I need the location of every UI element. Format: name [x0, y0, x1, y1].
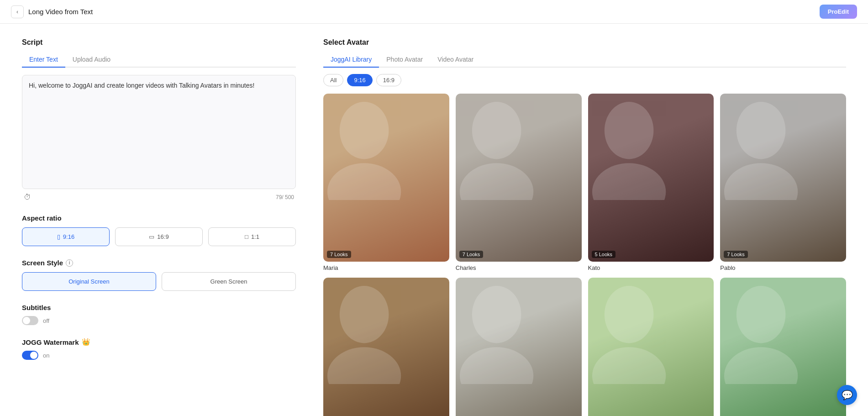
timer-icon: ⏱	[24, 193, 31, 201]
info-icon[interactable]: i	[66, 259, 73, 267]
aspect-btn-1-1[interactable]: □ 1:1	[208, 227, 296, 246]
header-left: ‹ Long Video from Text	[11, 5, 93, 18]
tab-upload-audio[interactable]: Upload Audio	[65, 52, 118, 68]
avatar-tab-joggai-library[interactable]: JoggAI Library	[323, 52, 379, 68]
svg-point-13	[592, 347, 665, 384]
avatar-image-poly: 7 Looks	[588, 278, 714, 416]
avatar-tabs: JoggAI Library Photo Avatar Video Avatar	[323, 52, 846, 68]
page-title: Long Video from Text	[28, 8, 93, 16]
textarea-footer: ⏱ 79/ 500	[22, 193, 296, 201]
avatar-image-maria: 7 Looks	[323, 94, 449, 262]
avatar-card-nick[interactable]: 5 Looks Nick	[720, 278, 846, 416]
original-screen-button[interactable]: Original Screen	[22, 272, 156, 291]
subtitles-section: Subtitles off	[22, 304, 296, 325]
svg-point-14	[736, 286, 786, 343]
svg-point-7	[724, 163, 798, 200]
avatar-card-charles[interactable]: 7 Looks Charles	[456, 94, 582, 271]
avatar-card-poly[interactable]: 7 Looks Poly	[588, 278, 714, 416]
watermark-status: on	[43, 352, 49, 359]
svg-point-3	[460, 163, 533, 200]
watermark-toggle[interactable]	[22, 351, 38, 360]
chat-icon: 💬	[842, 390, 853, 400]
pro-edit-button[interactable]: ProEdit	[820, 5, 857, 19]
svg-point-2	[472, 102, 521, 159]
chat-bubble[interactable]: 💬	[837, 385, 857, 405]
aspect-ratio-section: Aspect ratio ▯ 9:16 ▭ 16:9 □ 1:1	[22, 214, 296, 246]
avatar-card-pablo[interactable]: 7 Looks Pablo	[720, 94, 846, 271]
watermark-toggle-thumb	[30, 352, 37, 359]
char-count: 79/ 500	[276, 194, 294, 200]
avatar-name-pablo: Pablo	[720, 264, 846, 271]
filter-all[interactable]: All	[323, 74, 343, 86]
crown-icon: 👑	[82, 338, 90, 346]
script-title: Script	[22, 38, 296, 47]
avatar-name-charles: Charles	[456, 264, 582, 271]
screen-style-buttons: Original Screen Green Screen	[22, 272, 296, 291]
aspect-btn-9-16-label: 9:16	[63, 233, 74, 240]
avatar-card-henry[interactable]: 3 Looks Henry	[456, 278, 582, 416]
avatar-image-kato: 5 Looks	[588, 94, 714, 262]
left-panel: Script Enter Text Upload Audio Hi, welco…	[22, 38, 296, 416]
subtitles-status: off	[43, 317, 49, 324]
green-screen-button[interactable]: Green Screen	[162, 272, 296, 291]
avatar-card-maria[interactable]: 7 Looks Maria	[323, 94, 449, 271]
avatar-image-pablo: 7 Looks	[720, 94, 846, 262]
back-icon: ‹	[16, 9, 18, 15]
phone-icon: ▯	[57, 233, 60, 240]
avatar-tab-video-avatar[interactable]: Video Avatar	[430, 52, 481, 68]
avatar-name-kato: Kato	[588, 264, 714, 271]
avatar-filter-row: All 9:16 16:9	[323, 74, 846, 86]
aspect-btn-1-1-label: 1:1	[251, 233, 259, 240]
svg-point-6	[736, 102, 786, 159]
watermark-section: JOGG Watermark 👑 on	[22, 338, 296, 360]
avatar-card-kato[interactable]: 5 Looks Kato	[588, 94, 714, 271]
script-tabs: Enter Text Upload Audio	[22, 52, 296, 68]
main-layout: Script Enter Text Upload Audio Hi, welco…	[0, 24, 868, 416]
avatar-image-charles: 7 Looks	[456, 94, 582, 262]
avatar-image-nick: 5 Looks	[720, 278, 846, 416]
avatar-tab-photo-avatar[interactable]: Photo Avatar	[379, 52, 430, 68]
header: ‹ Long Video from Text ProEdit	[0, 0, 868, 24]
filter-16-9[interactable]: 16:9	[376, 74, 401, 86]
avatar-name-maria: Maria	[323, 264, 449, 271]
back-button[interactable]: ‹	[11, 5, 24, 18]
svg-point-15	[724, 347, 798, 384]
avatar-card-anna[interactable]: 8 Looks Anna	[323, 278, 449, 416]
svg-point-0	[340, 102, 389, 159]
avatar-image-henry: 3 Looks	[456, 278, 582, 416]
subtitles-toggle-row: off	[22, 316, 296, 325]
watermark-toggle-row: on	[22, 351, 296, 360]
aspect-btn-9-16[interactable]: ▯ 9:16	[22, 227, 110, 246]
script-section: Script Enter Text Upload Audio Hi, welco…	[22, 38, 296, 201]
svg-point-5	[592, 163, 665, 200]
avatar-looks-badge-maria: 7 Looks	[327, 251, 351, 258]
aspect-ratio-buttons: ▯ 9:16 ▭ 16:9 □ 1:1	[22, 227, 296, 246]
watermark-label: JOGG Watermark 👑	[22, 338, 296, 346]
avatar-looks-badge-charles: 7 Looks	[459, 251, 484, 258]
aspect-btn-16-9[interactable]: ▭ 16:9	[115, 227, 203, 246]
filter-9-16[interactable]: 9:16	[347, 74, 372, 86]
avatar-image-anna: 8 Looks	[323, 278, 449, 416]
svg-point-10	[472, 286, 521, 343]
right-panel: Select Avatar JoggAI Library Photo Avata…	[323, 38, 846, 416]
tab-enter-text[interactable]: Enter Text	[22, 52, 65, 68]
subtitles-toggle[interactable]	[22, 316, 38, 325]
svg-point-4	[604, 102, 653, 159]
aspect-ratio-label: Aspect ratio	[22, 214, 296, 222]
subtitles-label: Subtitles	[22, 304, 296, 311]
avatar-looks-badge-kato: 5 Looks	[592, 251, 616, 258]
subtitles-toggle-thumb	[23, 317, 30, 324]
screen-style-label: Screen Style i	[22, 259, 296, 267]
svg-point-12	[604, 286, 653, 343]
svg-point-1	[327, 163, 401, 200]
svg-point-11	[460, 347, 533, 384]
screen-style-section: Screen Style i Original Screen Green Scr…	[22, 259, 296, 291]
script-textarea[interactable]: Hi, welcome to JoggAI and create longer …	[22, 75, 296, 189]
avatar-grid: 7 Looks Maria 7 Looks Charles 5 Looks Ka…	[323, 94, 846, 416]
square-icon: □	[245, 233, 248, 240]
landscape-icon: ▭	[149, 233, 154, 240]
aspect-btn-16-9-label: 16:9	[157, 233, 168, 240]
avatar-looks-badge-pablo: 7 Looks	[724, 251, 748, 258]
svg-point-9	[327, 347, 401, 384]
svg-point-8	[340, 286, 389, 343]
